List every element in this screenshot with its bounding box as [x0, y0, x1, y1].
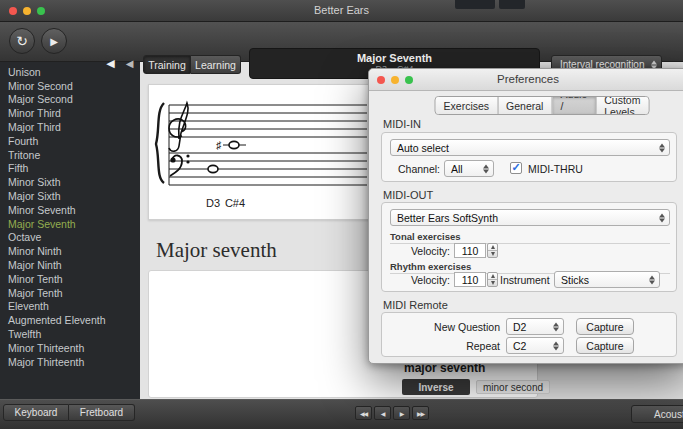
tab-custom-levels[interactable]: Custom Levels — [595, 97, 648, 114]
list-item[interactable]: Eleventh — [0, 300, 140, 314]
nav-forward-button[interactable]: ◀ — [121, 55, 138, 72]
screen: { "app": { "title": "Better Ears" }, "ic… — [0, 0, 683, 429]
repeat-select[interactable]: C2 — [506, 337, 564, 354]
list-item[interactable]: Major Tenth — [0, 286, 140, 300]
tonal-exercises-label: Tonal exercises — [390, 231, 461, 242]
popup-arrows-icon — [553, 341, 559, 350]
list-item[interactable]: Minor Thirteenth — [0, 341, 140, 355]
next-button[interactable]: ▶ — [393, 406, 410, 420]
fretboard-label: Fretboard — [80, 407, 123, 418]
rewind-icon: ◀◀ — [360, 410, 367, 417]
tonal-exercises-heading: Tonal exercises — [390, 230, 670, 244]
capture-new-question-button[interactable]: Capture — [576, 318, 634, 335]
list-item[interactable]: Fifth — [0, 162, 140, 176]
refresh-icon: ↻ — [16, 33, 28, 49]
new-question-label: New Question — [390, 321, 500, 333]
inverse-label-chip: Inverse — [402, 379, 470, 395]
preferences-title: Preferences — [369, 73, 683, 85]
play-icon: ▶ — [50, 36, 58, 47]
inverse-value-chip[interactable]: minor second — [476, 380, 550, 394]
list-item[interactable]: Twelfth — [0, 327, 140, 341]
popup-arrows-icon — [483, 164, 489, 173]
check-icon: ✓ — [511, 162, 520, 173]
list-item-selected[interactable]: Major Seventh — [0, 217, 140, 231]
list-item[interactable]: Minor Second — [0, 79, 140, 93]
learning-label: Learning — [195, 59, 236, 71]
repeat-label: Repeat — [390, 340, 500, 352]
rhythm-velocity-stepper[interactable] — [487, 272, 498, 287]
list-item[interactable]: Major Second — [0, 93, 140, 107]
list-item[interactable]: Minor Tenth — [0, 272, 140, 286]
note-c-sharp-4 — [229, 141, 239, 148]
instrument-value: Sticks — [561, 274, 589, 286]
tab-general[interactable]: General — [497, 97, 551, 114]
tonal-velocity-input[interactable] — [454, 243, 486, 258]
acoustic-label: Acoustic — [654, 409, 683, 420]
play-button[interactable]: ▶ — [41, 28, 67, 54]
fretboard-button[interactable]: Fretboard — [69, 404, 135, 421]
replay-button[interactable]: ↻ — [9, 28, 35, 54]
fast-forward-icon: ▶▶ — [417, 410, 424, 417]
midi-out-heading: MIDI-OUT — [383, 189, 433, 201]
list-item[interactable]: Major Sixth — [0, 189, 140, 203]
channel-label: Channel: — [390, 163, 440, 175]
midi-thru-label: MIDI-THRU — [528, 163, 583, 175]
list-item[interactable]: Major Third — [0, 120, 140, 134]
midi-in-device-select[interactable]: Auto select — [390, 139, 670, 156]
interval-list: Unison Minor Second Major Second Minor T… — [0, 62, 140, 400]
back-icon: ◀ — [106, 57, 114, 70]
midi-in-device-value: Auto select — [397, 142, 449, 154]
tab-audio-midi[interactable]: Audio / MIDI — [551, 97, 595, 114]
channel-value: All — [451, 163, 463, 175]
list-item[interactable]: Major Thirteenth — [0, 355, 140, 369]
nav-back-button[interactable]: ◀ — [102, 55, 119, 72]
fast-forward-button[interactable]: ▶▶ — [412, 406, 429, 420]
instrument-select[interactable]: Sticks — [554, 271, 660, 288]
view-switch: Keyboard Fretboard — [3, 404, 135, 421]
inverse-label: Inverse — [418, 382, 453, 393]
rewind-button[interactable]: ◀◀ — [355, 406, 372, 420]
previous-button[interactable]: ◀ — [374, 406, 391, 420]
channel-select[interactable]: All — [444, 160, 494, 177]
midi-out-device-select[interactable]: Better Ears SoftSynth — [390, 209, 670, 226]
list-item[interactable]: Major Ninth — [0, 258, 140, 272]
tab-learning[interactable]: Learning — [191, 55, 241, 74]
list-item[interactable]: Octave — [0, 231, 140, 245]
tab-training[interactable]: Training — [143, 55, 191, 74]
staff-notation: ♯ — [149, 85, 377, 195]
midi-in-box: Auto select Channel: All ✓ MIDI-THRU — [381, 132, 677, 182]
acoustic-button[interactable]: Acoustic — [631, 405, 683, 423]
list-item[interactable]: Augmented Eleventh — [0, 313, 140, 327]
popup-arrows-icon — [659, 143, 665, 152]
list-item[interactable]: Unison — [0, 65, 140, 79]
capture-repeat-button[interactable]: Capture — [576, 337, 634, 354]
list-item[interactable]: Minor Third — [0, 106, 140, 120]
rhythm-velocity-input[interactable] — [454, 272, 486, 287]
list-item[interactable]: Fourth — [0, 134, 140, 148]
midi-thru-checkbox[interactable]: ✓ — [510, 162, 522, 174]
repeat-value: C2 — [513, 340, 526, 352]
bottom-bar: Keyboard Fretboard ◀◀ ◀ ▶ ▶▶ Acoustic — [0, 399, 683, 429]
brace — [156, 103, 164, 183]
popup-arrows-icon — [659, 213, 665, 222]
note-label-high: C#4 — [221, 197, 249, 209]
list-item[interactable]: Minor Sixth — [0, 175, 140, 189]
new-question-select[interactable]: D2 — [506, 318, 564, 335]
popup-arrows-icon — [649, 275, 655, 284]
main-toolbar: ↻ ▶ ◀ ◀ Training Learning Major Seventh … — [0, 22, 683, 62]
popup-arrows-icon — [553, 322, 559, 331]
list-item[interactable]: Minor Ninth — [0, 244, 140, 258]
sharp-sign: ♯ — [216, 139, 222, 151]
tab-exercises[interactable]: Exercises — [436, 97, 498, 114]
previous-icon: ◀ — [381, 410, 385, 417]
list-item[interactable]: Tritone — [0, 148, 140, 162]
rhythm-exercises-label: Rhythm exercises — [390, 261, 471, 272]
list-item[interactable]: Minor Seventh — [0, 203, 140, 217]
instrument-label: Instrument — [500, 274, 550, 286]
midi-in-heading: MIDI-IN — [383, 118, 421, 130]
note-d3 — [208, 165, 218, 172]
bass-clef — [170, 154, 190, 176]
keyboard-button[interactable]: Keyboard — [3, 404, 69, 421]
tonal-velocity-stepper[interactable] — [487, 243, 498, 258]
tonal-velocity-label: Velocity: — [390, 245, 450, 257]
